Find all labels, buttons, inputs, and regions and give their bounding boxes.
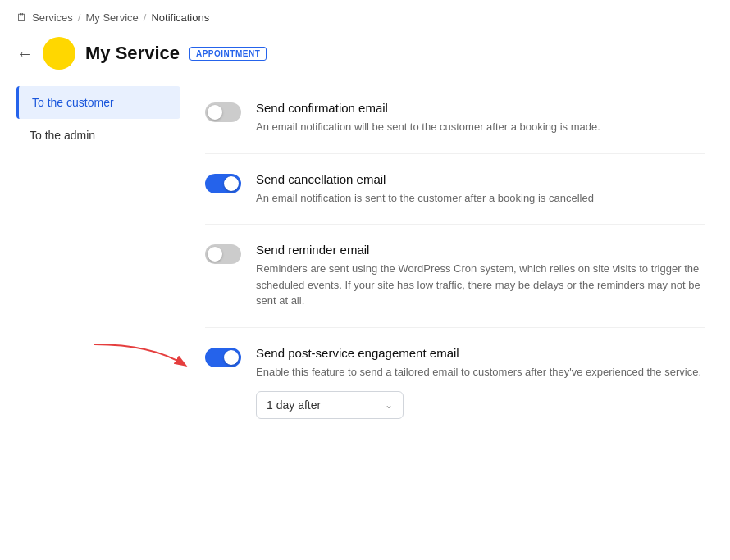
page-title: My Service	[85, 43, 180, 64]
content-area: Send confirmation email An email notific…	[180, 83, 730, 462]
setting-confirmation-desc: An email notification will be sent to th…	[256, 119, 705, 135]
appointment-badge: APPOINTMENT	[189, 47, 267, 61]
setting-cancellation: Send cancellation email An email notific…	[205, 154, 705, 225]
page-header: ← My Service APPOINTMENT	[0, 32, 730, 83]
sidebar-item-customer[interactable]: To the customer	[16, 86, 180, 119]
setting-cancellation-title: Send cancellation email	[256, 172, 705, 186]
setting-postservice: Send post-service engagement email Enabl…	[205, 328, 705, 438]
chevron-down-icon: ⌄	[385, 399, 393, 411]
setting-confirmation-title: Send confirmation email	[256, 101, 705, 115]
toggle-confirmation[interactable]	[205, 102, 241, 122]
setting-reminder-title: Send reminder email	[256, 243, 705, 257]
toggle-postservice[interactable]	[205, 348, 241, 367]
breadcrumb-services[interactable]: Services	[32, 11, 73, 24]
service-avatar	[43, 37, 75, 70]
toggle-reminder[interactable]	[205, 244, 241, 264]
setting-reminder-desc: Reminders are sent using the WordPress C…	[256, 261, 705, 309]
breadcrumb-current: Notifications	[151, 11, 209, 24]
dropdown-value: 1 day after	[267, 398, 321, 412]
setting-cancellation-desc: An email notification is sent to the cus…	[256, 190, 705, 207]
breadcrumb-myservice[interactable]: My Service	[85, 11, 138, 24]
breadcrumb-icon: 🗒	[16, 11, 27, 24]
breadcrumb: 🗒 Services / My Service / Notifications	[0, 0, 730, 32]
main-layout: To the customer To the admin Send confir…	[0, 83, 730, 462]
setting-confirmation: Send confirmation email An email notific…	[205, 83, 705, 154]
toggle-cancellation[interactable]	[205, 174, 241, 193]
sidebar-item-admin[interactable]: To the admin	[16, 119, 180, 152]
setting-postservice-desc: Enable this feature to send a tailored e…	[256, 364, 705, 380]
setting-reminder: Send reminder email Reminders are sent u…	[205, 225, 705, 328]
setting-postservice-title: Send post-service engagement email	[256, 346, 705, 360]
back-button[interactable]: ←	[16, 45, 33, 61]
day-after-dropdown[interactable]: 1 day after ⌄	[256, 391, 404, 419]
dropdown-container: 1 day after ⌄	[256, 391, 705, 419]
sidebar: To the customer To the admin	[16, 83, 180, 462]
